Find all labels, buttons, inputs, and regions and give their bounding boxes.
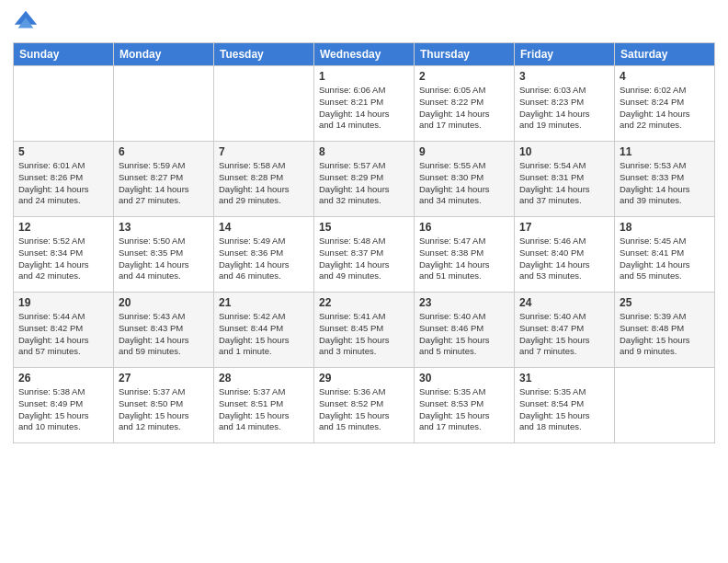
day-info: Sunrise: 5:46 AM Sunset: 8:40 PM Dayligh…: [519, 236, 609, 282]
calendar-cell: 13Sunrise: 5:50 AM Sunset: 8:35 PM Dayli…: [114, 217, 214, 293]
day-info: Sunrise: 6:05 AM Sunset: 8:22 PM Dayligh…: [419, 85, 509, 132]
calendar-cell: 16Sunrise: 5:47 AM Sunset: 8:38 PM Dayli…: [415, 217, 515, 293]
day-info: Sunrise: 5:43 AM Sunset: 8:43 PM Dayligh…: [119, 311, 209, 358]
day-number: 8: [319, 145, 409, 158]
calendar-cell: 7Sunrise: 5:58 AM Sunset: 8:28 PM Daylig…: [214, 142, 314, 217]
calendar-cell: 15Sunrise: 5:48 AM Sunset: 8:37 PM Dayli…: [314, 217, 415, 293]
day-info: Sunrise: 5:52 AM Sunset: 8:34 PM Dayligh…: [18, 236, 108, 282]
calendar-cell: 11Sunrise: 5:53 AM Sunset: 8:33 PM Dayli…: [615, 142, 715, 217]
day-info: Sunrise: 5:38 AM Sunset: 8:49 PM Dayligh…: [18, 386, 108, 433]
day-info: Sunrise: 5:50 AM Sunset: 8:35 PM Dayligh…: [119, 236, 209, 282]
calendar-cell: 19Sunrise: 5:44 AM Sunset: 8:42 PM Dayli…: [14, 293, 114, 368]
week-row-4: 19Sunrise: 5:44 AM Sunset: 8:42 PM Dayli…: [14, 293, 715, 368]
week-row-3: 12Sunrise: 5:52 AM Sunset: 8:34 PM Dayli…: [14, 217, 715, 293]
calendar-cell: 10Sunrise: 5:54 AM Sunset: 8:31 PM Dayli…: [515, 142, 615, 217]
day-number: 3: [519, 70, 609, 83]
day-number: 28: [219, 372, 309, 385]
day-number: 22: [319, 296, 409, 309]
calendar-cell: 21Sunrise: 5:42 AM Sunset: 8:44 PM Dayli…: [214, 293, 314, 368]
day-info: Sunrise: 5:40 AM Sunset: 8:46 PM Dayligh…: [419, 311, 509, 358]
weekday-header-wednesday: Wednesday: [314, 43, 415, 66]
calendar-cell: 22Sunrise: 5:41 AM Sunset: 8:45 PM Dayli…: [314, 293, 415, 368]
day-info: Sunrise: 5:39 AM Sunset: 8:48 PM Dayligh…: [620, 311, 710, 358]
calendar-cell: [214, 66, 314, 142]
day-number: 18: [620, 221, 710, 234]
week-row-1: 1Sunrise: 6:06 AM Sunset: 8:21 PM Daylig…: [14, 66, 715, 142]
day-number: 15: [319, 221, 409, 234]
calendar-cell: 30Sunrise: 5:35 AM Sunset: 8:53 PM Dayli…: [415, 368, 515, 443]
calendar-page: SundayMondayTuesdayWednesdayThursdayFrid…: [0, 0, 728, 563]
day-number: 31: [519, 372, 609, 385]
day-number: 29: [319, 372, 409, 385]
calendar-cell: 28Sunrise: 5:37 AM Sunset: 8:51 PM Dayli…: [214, 368, 314, 443]
weekday-header-sunday: Sunday: [14, 43, 114, 66]
day-number: 21: [219, 296, 309, 309]
weekday-header-tuesday: Tuesday: [214, 43, 314, 66]
calendar-cell: 18Sunrise: 5:45 AM Sunset: 8:41 PM Dayli…: [615, 217, 715, 293]
calendar-cell: 24Sunrise: 5:40 AM Sunset: 8:47 PM Dayli…: [515, 293, 615, 368]
weekday-header-monday: Monday: [114, 43, 214, 66]
day-number: 14: [219, 221, 309, 234]
day-info: Sunrise: 5:41 AM Sunset: 8:45 PM Dayligh…: [319, 311, 409, 358]
calendar-cell: 6Sunrise: 5:59 AM Sunset: 8:27 PM Daylig…: [114, 142, 214, 217]
calendar-cell: 5Sunrise: 6:01 AM Sunset: 8:26 PM Daylig…: [14, 142, 114, 217]
day-number: 12: [18, 221, 108, 234]
calendar-cell: 1Sunrise: 6:06 AM Sunset: 8:21 PM Daylig…: [314, 66, 415, 142]
day-info: Sunrise: 5:55 AM Sunset: 8:30 PM Dayligh…: [419, 160, 509, 207]
day-number: 20: [119, 296, 209, 309]
day-info: Sunrise: 5:35 AM Sunset: 8:54 PM Dayligh…: [519, 386, 609, 433]
day-info: Sunrise: 5:40 AM Sunset: 8:47 PM Dayligh…: [519, 311, 609, 358]
day-number: 25: [620, 296, 710, 309]
day-number: 2: [419, 70, 509, 83]
calendar-cell: 14Sunrise: 5:49 AM Sunset: 8:36 PM Dayli…: [214, 217, 314, 293]
weekday-header-row: SundayMondayTuesdayWednesdayThursdayFrid…: [14, 43, 715, 66]
calendar-cell: 12Sunrise: 5:52 AM Sunset: 8:34 PM Dayli…: [14, 217, 114, 293]
day-info: Sunrise: 5:54 AM Sunset: 8:31 PM Dayligh…: [519, 160, 609, 207]
day-info: Sunrise: 6:02 AM Sunset: 8:24 PM Dayligh…: [620, 85, 710, 132]
calendar-cell: [14, 66, 114, 142]
week-row-5: 26Sunrise: 5:38 AM Sunset: 8:49 PM Dayli…: [14, 368, 715, 443]
day-info: Sunrise: 5:35 AM Sunset: 8:53 PM Dayligh…: [419, 386, 509, 433]
day-number: 4: [620, 70, 710, 83]
day-info: Sunrise: 5:37 AM Sunset: 8:50 PM Dayligh…: [119, 386, 209, 433]
calendar-cell: 20Sunrise: 5:43 AM Sunset: 8:43 PM Dayli…: [114, 293, 214, 368]
calendar-cell: 4Sunrise: 6:02 AM Sunset: 8:24 PM Daylig…: [615, 66, 715, 142]
weekday-header-thursday: Thursday: [415, 43, 515, 66]
day-number: 7: [219, 145, 309, 158]
day-info: Sunrise: 5:45 AM Sunset: 8:41 PM Dayligh…: [620, 236, 710, 282]
day-info: Sunrise: 5:42 AM Sunset: 8:44 PM Dayligh…: [219, 311, 309, 358]
day-info: Sunrise: 5:49 AM Sunset: 8:36 PM Dayligh…: [219, 236, 309, 282]
day-number: 6: [119, 145, 209, 158]
day-info: Sunrise: 5:44 AM Sunset: 8:42 PM Dayligh…: [18, 311, 108, 358]
day-info: Sunrise: 5:59 AM Sunset: 8:27 PM Dayligh…: [119, 160, 209, 207]
logo: [13, 9, 42, 35]
day-number: 16: [419, 221, 509, 234]
day-number: 30: [419, 372, 509, 385]
calendar-cell: 26Sunrise: 5:38 AM Sunset: 8:49 PM Dayli…: [14, 368, 114, 443]
day-number: 10: [519, 145, 609, 158]
day-number: 19: [18, 296, 108, 309]
day-number: 17: [519, 221, 609, 234]
calendar-cell: 9Sunrise: 5:55 AM Sunset: 8:30 PM Daylig…: [415, 142, 515, 217]
calendar-table: SundayMondayTuesdayWednesdayThursdayFrid…: [13, 42, 715, 443]
day-info: Sunrise: 6:06 AM Sunset: 8:21 PM Dayligh…: [319, 85, 409, 132]
calendar-cell: [615, 368, 715, 443]
weekday-header-friday: Friday: [515, 43, 615, 66]
day-info: Sunrise: 6:01 AM Sunset: 8:26 PM Dayligh…: [18, 160, 108, 207]
day-number: 1: [319, 70, 409, 83]
day-info: Sunrise: 5:58 AM Sunset: 8:28 PM Dayligh…: [219, 160, 309, 207]
day-info: Sunrise: 6:03 AM Sunset: 8:23 PM Dayligh…: [519, 85, 609, 132]
week-row-2: 5Sunrise: 6:01 AM Sunset: 8:26 PM Daylig…: [14, 142, 715, 217]
day-number: 23: [419, 296, 509, 309]
day-info: Sunrise: 5:48 AM Sunset: 8:37 PM Dayligh…: [319, 236, 409, 282]
calendar-cell: 8Sunrise: 5:57 AM Sunset: 8:29 PM Daylig…: [314, 142, 415, 217]
calendar-cell: 2Sunrise: 6:05 AM Sunset: 8:22 PM Daylig…: [415, 66, 515, 142]
calendar-cell: [114, 66, 214, 142]
calendar-cell: 25Sunrise: 5:39 AM Sunset: 8:48 PM Dayli…: [615, 293, 715, 368]
logo-icon: [13, 9, 39, 35]
day-number: 27: [119, 372, 209, 385]
weekday-header-saturday: Saturday: [615, 43, 715, 66]
calendar-cell: 3Sunrise: 6:03 AM Sunset: 8:23 PM Daylig…: [515, 66, 615, 142]
calendar-cell: 29Sunrise: 5:36 AM Sunset: 8:52 PM Dayli…: [314, 368, 415, 443]
day-number: 26: [18, 372, 108, 385]
